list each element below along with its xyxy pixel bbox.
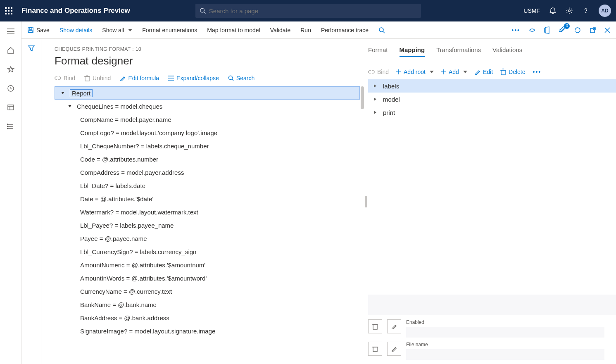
format-tree[interactable]: Report ChequeLines = model.cheques CompN… (55, 86, 364, 364)
expand-icon[interactable] (374, 84, 376, 88)
more-icon[interactable]: ••• (511, 27, 520, 33)
recent-icon[interactable] (7, 84, 15, 93)
tree-node[interactable]: Lbl_Date? = labels.date (55, 179, 360, 192)
show-all-button[interactable]: Show all (102, 27, 132, 33)
delete-button[interactable]: Delete (500, 69, 525, 75)
tree-node-label: ChequeLines = model.cheques (77, 103, 162, 110)
enabled-input[interactable] (406, 327, 604, 338)
save-icon (27, 27, 34, 33)
tree-node[interactable]: Lbl_ChequeNumber? = labels.cheque_number (55, 139, 360, 152)
tree-node[interactable]: CompName = model.payer.name (55, 113, 360, 126)
filter-icon[interactable] (28, 45, 35, 364)
app-launcher-icon[interactable] (5, 7, 12, 14)
map-format-to-model-button[interactable]: Map format to model (207, 27, 260, 33)
user-avatar[interactable]: AD (599, 5, 611, 17)
expand-icon[interactable] (374, 98, 376, 101)
tree-node[interactable]: AmountInWords = @.attributes.'$amountwor… (55, 271, 360, 285)
more-icon[interactable]: ••• (533, 69, 541, 75)
svg-point-14 (7, 124, 8, 125)
company-code[interactable]: USMF (523, 7, 540, 14)
settings-icon[interactable] (566, 7, 573, 14)
office-icon[interactable] (544, 26, 551, 34)
tree-node-label: SignatureImage? = model.layout.signature… (80, 328, 215, 335)
expand-collapse-button[interactable]: Expand/collapse (168, 75, 219, 81)
tree-node-label: BankAddress = @.bank.address (80, 314, 169, 321)
tab-format[interactable]: Format (368, 46, 388, 57)
add-root-button[interactable]: Add root (396, 69, 434, 75)
filename-input[interactable] (406, 349, 604, 360)
save-button[interactable]: Save (27, 27, 50, 33)
datasource-item[interactable]: labels (368, 79, 616, 93)
search-button[interactable]: Search (228, 75, 254, 81)
list-icon (168, 76, 174, 81)
edit-button[interactable]: Edit (475, 69, 493, 75)
attachments-icon[interactable] (559, 26, 566, 34)
search-icon (228, 75, 234, 81)
plus-icon (396, 69, 401, 74)
tree-node[interactable]: CurrencyName = @.currency.text (55, 285, 360, 298)
notifications-icon[interactable] (549, 7, 557, 14)
run-button[interactable]: Run (300, 27, 311, 33)
datasource-item[interactable]: print (368, 106, 616, 119)
topbar: Finance and Operations Preview USMF AD (0, 0, 616, 21)
search-button-label: Search (236, 75, 254, 81)
tree-node[interactable]: BankAddress = @.bank.address (55, 311, 360, 324)
refresh-icon[interactable] (574, 26, 581, 34)
tree-node-label: Payee = @.payee.name (80, 235, 147, 242)
tree-node[interactable]: SignatureImage? = model.layout.signature… (55, 324, 360, 338)
tree-node[interactable]: CompAddress = model.payer.address (55, 166, 360, 179)
edit-enabled-button[interactable] (387, 319, 401, 333)
tree-node-label: Lbl_CurrencySign? = labels.currency_sign (80, 248, 196, 255)
performance-trace-button[interactable]: Performance trace (321, 27, 369, 33)
tab-validations[interactable]: Validations (492, 46, 522, 57)
pane-splitter[interactable] (364, 39, 368, 364)
clear-filename-button[interactable] (368, 342, 382, 356)
edit-filename-button[interactable] (387, 342, 401, 356)
help-icon[interactable] (582, 7, 590, 14)
search-icon (200, 7, 206, 14)
tree-node-label: AmountInWords = @.attributes.'$amountwor… (80, 275, 207, 282)
collapse-icon[interactable] (60, 90, 66, 96)
tree-node[interactable]: Payee = @.payee.name (55, 232, 360, 245)
home-icon[interactable] (7, 46, 15, 55)
datasource-item[interactable]: model (368, 93, 616, 106)
collapse-icon[interactable] (67, 103, 73, 109)
tree-node[interactable]: Date = @.attributes.'$date' (55, 192, 360, 205)
favorites-icon[interactable] (7, 65, 15, 74)
tree-node[interactable]: AmountNumeric = @.attributes.'$amountnum… (55, 258, 360, 271)
save-button-label: Save (36, 27, 50, 33)
svg-rect-25 (85, 76, 89, 81)
tab-mapping[interactable]: Mapping (400, 46, 425, 57)
expand-icon[interactable] (374, 111, 376, 114)
tree-node[interactable]: Lbl_CurrencySign? = labels.currency_sign (55, 245, 360, 258)
tree-node-chequelines[interactable]: ChequeLines = model.cheques (55, 100, 360, 113)
show-details-link[interactable]: Show details (59, 27, 92, 33)
modules-icon[interactable] (7, 122, 15, 131)
add-button[interactable]: Add (441, 69, 467, 75)
tree-node[interactable]: Lbl_Payee? = labels.payee_name (55, 219, 360, 232)
svg-point-3 (585, 12, 586, 13)
tree-node[interactable]: Code = @.attributes.number (55, 152, 360, 166)
validate-button[interactable]: Validate (270, 27, 291, 33)
tree-node[interactable]: CompLogo? = model.layout.'company logo'.… (55, 126, 360, 139)
close-icon[interactable] (604, 27, 610, 33)
find-icon[interactable] (378, 27, 385, 33)
global-search[interactable] (195, 4, 421, 18)
global-search-input[interactable] (209, 7, 417, 14)
edit-formula-button[interactable]: Edit formula (120, 75, 159, 81)
hamburger-icon[interactable] (7, 27, 15, 36)
scrollbar-thumb[interactable] (361, 86, 364, 109)
popout-icon[interactable] (590, 27, 596, 33)
tab-transformations[interactable]: Transformations (436, 46, 481, 57)
workspaces-icon[interactable] (7, 103, 15, 112)
tree-node[interactable]: BankName = @.bank.name (55, 298, 360, 311)
unbind-button: Unbind (84, 75, 111, 81)
expand-collapse-label: Expand/collapse (176, 75, 219, 81)
tree-node-label: Date = @.attributes.'$date' (80, 195, 153, 202)
tree-node[interactable]: Watermark? = model.layout.watermark.text (55, 205, 360, 219)
tree-node-label: Lbl_Payee? = labels.payee_name (80, 222, 174, 229)
dataverse-icon[interactable] (528, 26, 536, 34)
tree-node-root[interactable]: Report (55, 86, 360, 100)
format-enumerations-button[interactable]: Format enumerations (142, 27, 197, 33)
clear-enabled-button[interactable] (368, 319, 382, 333)
